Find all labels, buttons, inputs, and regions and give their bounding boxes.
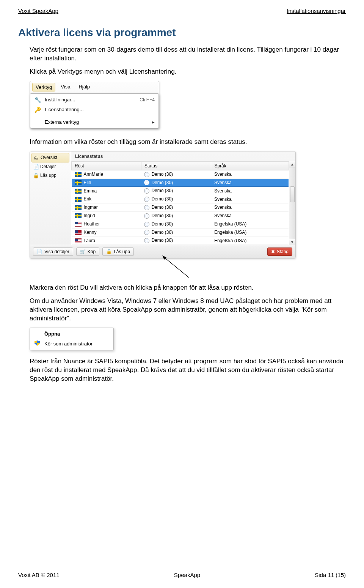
cell-sprak: Svenska xyxy=(211,187,289,195)
button-label: Köp xyxy=(88,249,96,254)
license-table: Röst Status Språk AnnMarieDemo (30)Svens… xyxy=(71,161,289,245)
paragraph-1: Varje röst fungerar som en 30-dagars dem… xyxy=(30,46,346,63)
table-row[interactable]: ElinDemo (30)Svenska xyxy=(72,178,289,187)
visa-detaljer-button[interactable]: 📄 Visa detaljer xyxy=(33,247,73,256)
table-row[interactable]: HeatherDemo (30)Engelska (USA) xyxy=(72,220,289,228)
scrollbar[interactable]: ▲ ▼ xyxy=(289,161,296,245)
context-label: Öppna xyxy=(44,331,60,337)
stang-button[interactable]: ✖ Stäng xyxy=(267,247,292,256)
menubar: Verktyg Visa Hjälp xyxy=(30,81,159,93)
cell-status: Demo (30) xyxy=(141,195,211,203)
annotation-arrow xyxy=(30,259,346,281)
scroll-thumb[interactable] xyxy=(290,186,295,202)
cell-rost: Erik xyxy=(72,195,141,203)
cell-status: Demo (30) xyxy=(141,187,211,195)
paragraph-5: Om du använder Windows Vista, Windows 7 … xyxy=(30,297,346,323)
details-icon: 📄 xyxy=(33,164,38,170)
table-row[interactable]: IngridDemo (30)Svenska xyxy=(72,211,289,220)
sidebar-label: Lås upp xyxy=(40,173,56,178)
footer-center-text: SpeakApp xyxy=(174,572,200,578)
cell-sprak: Engelska (USA) xyxy=(211,228,289,236)
table-row[interactable]: LauraDemo (30)Engelska (USA) xyxy=(72,236,289,245)
cell-rost: Emma xyxy=(72,187,141,195)
cell-rost: Elin xyxy=(72,178,141,187)
page-title: Aktivera licens via programmet xyxy=(18,27,346,39)
cell-sprak: Svenska xyxy=(211,178,289,187)
unlock-icon: 🔓 xyxy=(106,249,112,254)
flag-icon xyxy=(75,189,82,194)
cell-sprak: Engelska (USA) xyxy=(211,220,289,228)
dropdown-menu: 🔧 Inställningar... Ctrl+F4 🔑 Licenshante… xyxy=(30,93,159,128)
flag-icon xyxy=(75,213,82,218)
sidebar-item-lasupp[interactable]: 🔓 Lås upp xyxy=(31,171,69,180)
cell-status: Demo (30) xyxy=(141,178,211,187)
paragraph-2: Klicka på Verktygs-menyn och välj Licens… xyxy=(30,68,346,76)
page-top-header: Voxit SpeakApp Installationsanvisningar xyxy=(18,8,346,15)
dropdown-item-externa[interactable]: Externa verktyg ▸ xyxy=(30,117,158,127)
context-item-open[interactable]: Öppna xyxy=(30,329,113,339)
cell-sprak: Svenska xyxy=(211,211,289,220)
screenshot-licensewindow: 🗂 Översikt 📄 Detaljer 🔓 Lås upp Licensst… xyxy=(30,151,296,259)
dropdown-label: Licenshantering... xyxy=(45,107,155,112)
page-icon: 📄 xyxy=(37,249,42,254)
paragraph-6: Röster från Nuance är SAPI5 kompatibla. … xyxy=(30,357,346,383)
las-upp-button[interactable]: 🔓 Lås upp xyxy=(102,247,134,256)
key-icon: 🔑 xyxy=(34,107,41,113)
chevron-right-icon: ▸ xyxy=(152,119,155,125)
scroll-down-icon[interactable]: ▼ xyxy=(289,239,296,245)
header-left: Voxit SpeakApp xyxy=(18,8,58,14)
cell-status: Demo (30) xyxy=(141,228,211,236)
cell-sprak: Svenska xyxy=(211,195,289,203)
sidebar-label: Detaljer xyxy=(40,164,56,169)
context-item-runadmin[interactable]: Kör som administratör xyxy=(30,339,113,349)
dropdown-item-licenshantering[interactable]: 🔑 Licenshantering... xyxy=(30,105,158,115)
sidebar-item-oversikt[interactable]: 🗂 Översikt xyxy=(31,153,69,162)
footer-right: Sida 11 (15) xyxy=(315,572,346,578)
wrench-icon: 🔧 xyxy=(34,97,41,103)
cell-rost: Kenny xyxy=(72,228,141,236)
flag-icon xyxy=(75,197,82,202)
table-row[interactable]: EmmaDemo (30)Svenska xyxy=(72,187,289,195)
disc-icon xyxy=(144,172,149,177)
table-row[interactable]: KennyDemo (30)Engelska (USA) xyxy=(72,228,289,236)
disc-icon xyxy=(144,205,149,210)
col-header-status[interactable]: Status xyxy=(141,161,211,170)
disc-icon xyxy=(144,230,149,235)
flag-icon xyxy=(75,180,82,185)
menubar-item-verktyg[interactable]: Verktyg xyxy=(32,83,55,91)
cell-status: Demo (30) xyxy=(141,170,211,178)
col-header-rost[interactable]: Röst xyxy=(72,161,141,170)
cell-rost: Heather xyxy=(72,220,141,228)
footer-left: Voxit AB © 2011 xyxy=(18,572,131,578)
cell-status: Demo (30) xyxy=(141,211,211,220)
sidebar-item-detaljer[interactable]: 📄 Detaljer xyxy=(31,162,69,171)
svg-line-0 xyxy=(164,257,189,277)
menu-separator xyxy=(33,116,156,116)
dropdown-item-installningar[interactable]: 🔧 Inställningar... Ctrl+F4 xyxy=(30,95,158,105)
cell-rost: Laura xyxy=(72,236,141,245)
scroll-up-icon[interactable]: ▲ xyxy=(289,161,296,167)
license-sidebar: 🗂 Översikt 📄 Detaljer 🔓 Lås upp xyxy=(30,151,71,245)
close-icon: ✖ xyxy=(271,249,275,254)
disc-icon xyxy=(144,222,149,227)
footer-center: SpeakApp xyxy=(174,572,271,578)
cell-rost: Ingmar xyxy=(72,203,141,212)
scroll-track[interactable] xyxy=(289,167,296,239)
unlock-icon: 🔓 xyxy=(33,173,38,178)
cell-sprak: Svenska xyxy=(211,203,289,212)
disc-icon xyxy=(144,238,149,243)
table-row[interactable]: AnnMarieDemo (30)Svenska xyxy=(72,170,289,178)
screenshot-toolmenu: Verktyg Visa Hjälp 🔧 Inställningar... Ct… xyxy=(30,81,159,129)
paragraph-3: Information om vilka röster och tillägg … xyxy=(30,138,346,147)
sidebar-label: Översikt xyxy=(41,155,57,160)
flag-icon xyxy=(75,172,82,177)
menubar-item-hjalp[interactable]: Hjälp xyxy=(75,83,93,91)
table-row[interactable]: ErikDemo (30)Svenska xyxy=(72,195,289,203)
cell-rost: Ingrid xyxy=(72,211,141,220)
page-bottom-footer: Voxit AB © 2011 SpeakApp Sida 11 (15) xyxy=(18,572,346,578)
col-header-sprak[interactable]: Språk xyxy=(211,161,289,170)
menubar-item-visa[interactable]: Visa xyxy=(58,83,73,91)
table-row[interactable]: IngmarDemo (30)Svenska xyxy=(72,203,289,212)
kop-button[interactable]: 🛒 Köp xyxy=(76,247,99,256)
button-label: Lås upp xyxy=(114,249,130,254)
